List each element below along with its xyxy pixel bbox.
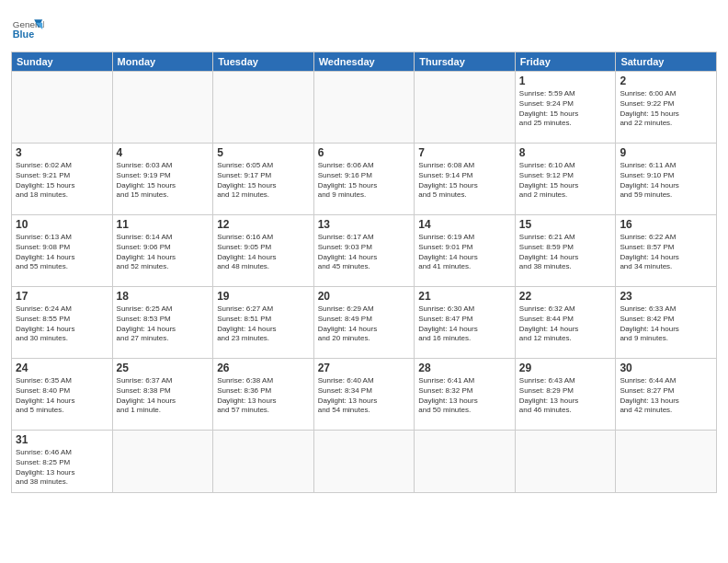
page-header: General Blue bbox=[11, 9, 717, 46]
day-info: Sunrise: 6:00 AM Sunset: 9:22 PM Dayligh… bbox=[620, 89, 712, 129]
day-number: 8 bbox=[519, 146, 612, 159]
day-info: Sunrise: 6:16 AM Sunset: 9:05 PM Dayligh… bbox=[217, 233, 310, 272]
day-info: Sunrise: 6:17 AM Sunset: 9:03 PM Dayligh… bbox=[318, 233, 411, 272]
logo: General Blue bbox=[11, 13, 44, 46]
calendar-cell: 13Sunrise: 6:17 AM Sunset: 9:03 PM Dayli… bbox=[313, 215, 415, 287]
calendar-cell: 2Sunrise: 6:00 AM Sunset: 9:22 PM Daylig… bbox=[616, 72, 717, 144]
calendar-cell: 18Sunrise: 6:25 AM Sunset: 8:53 PM Dayli… bbox=[112, 287, 213, 359]
day-info: Sunrise: 6:22 AM Sunset: 8:57 PM Dayligh… bbox=[620, 233, 712, 272]
weekday-header-monday: Monday bbox=[112, 52, 213, 72]
day-number: 14 bbox=[418, 218, 511, 231]
day-info: Sunrise: 6:27 AM Sunset: 8:51 PM Dayligh… bbox=[217, 304, 310, 344]
day-number: 31 bbox=[16, 433, 108, 446]
day-info: Sunrise: 6:43 AM Sunset: 8:29 PM Dayligh… bbox=[519, 376, 612, 416]
calendar-cell: 15Sunrise: 6:21 AM Sunset: 8:59 PM Dayli… bbox=[515, 215, 616, 287]
day-number: 21 bbox=[418, 290, 511, 303]
day-number: 29 bbox=[519, 362, 612, 374]
day-number: 9 bbox=[620, 146, 712, 159]
day-number: 10 bbox=[16, 218, 108, 231]
calendar-week-row: 24Sunrise: 6:35 AM Sunset: 8:40 PM Dayli… bbox=[12, 359, 717, 431]
weekday-header-saturday: Saturday bbox=[616, 52, 717, 72]
calendar-cell: 20Sunrise: 6:29 AM Sunset: 8:49 PM Dayli… bbox=[313, 287, 415, 359]
calendar-cell bbox=[415, 72, 516, 144]
weekday-header-wednesday: Wednesday bbox=[313, 52, 415, 72]
calendar-cell bbox=[213, 72, 314, 144]
calendar-cell bbox=[313, 72, 415, 144]
day-info: Sunrise: 6:02 AM Sunset: 9:21 PM Dayligh… bbox=[16, 161, 108, 201]
logo-icon: General Blue bbox=[11, 13, 44, 46]
calendar-cell: 12Sunrise: 6:16 AM Sunset: 9:05 PM Dayli… bbox=[213, 215, 314, 287]
weekday-header-tuesday: Tuesday bbox=[213, 52, 314, 72]
day-number: 5 bbox=[217, 146, 310, 159]
calendar-cell: 9Sunrise: 6:11 AM Sunset: 9:10 PM Daylig… bbox=[616, 144, 717, 215]
calendar-cell bbox=[112, 431, 213, 493]
weekday-header-sunday: Sunday bbox=[12, 52, 113, 72]
calendar-cell: 11Sunrise: 6:14 AM Sunset: 9:06 PM Dayli… bbox=[112, 215, 213, 287]
day-info: Sunrise: 6:19 AM Sunset: 9:01 PM Dayligh… bbox=[418, 233, 511, 272]
day-number: 17 bbox=[16, 290, 108, 303]
day-number: 30 bbox=[620, 362, 712, 374]
calendar-cell: 1Sunrise: 5:59 AM Sunset: 9:24 PM Daylig… bbox=[515, 72, 616, 144]
calendar-week-row: 3Sunrise: 6:02 AM Sunset: 9:21 PM Daylig… bbox=[12, 144, 717, 215]
calendar-cell bbox=[12, 72, 113, 144]
calendar-cell: 5Sunrise: 6:05 AM Sunset: 9:17 PM Daylig… bbox=[213, 144, 314, 215]
calendar-cell: 10Sunrise: 6:13 AM Sunset: 9:08 PM Dayli… bbox=[12, 215, 113, 287]
day-info: Sunrise: 6:29 AM Sunset: 8:49 PM Dayligh… bbox=[318, 304, 411, 344]
day-info: Sunrise: 6:35 AM Sunset: 8:40 PM Dayligh… bbox=[16, 376, 108, 416]
day-info: Sunrise: 6:05 AM Sunset: 9:17 PM Dayligh… bbox=[217, 161, 310, 201]
weekday-header-friday: Friday bbox=[515, 52, 616, 72]
calendar-cell: 30Sunrise: 6:44 AM Sunset: 8:27 PM Dayli… bbox=[616, 359, 717, 431]
calendar-table: SundayMondayTuesdayWednesdayThursdayFrid… bbox=[11, 52, 717, 493]
calendar-week-row: 1Sunrise: 5:59 AM Sunset: 9:24 PM Daylig… bbox=[12, 72, 717, 144]
calendar-cell bbox=[213, 431, 314, 493]
day-number: 22 bbox=[519, 290, 612, 303]
day-number: 23 bbox=[620, 290, 712, 303]
calendar-cell: 8Sunrise: 6:10 AM Sunset: 9:12 PM Daylig… bbox=[515, 144, 616, 215]
calendar-cell: 23Sunrise: 6:33 AM Sunset: 8:42 PM Dayli… bbox=[616, 287, 717, 359]
calendar-cell: 6Sunrise: 6:06 AM Sunset: 9:16 PM Daylig… bbox=[313, 144, 415, 215]
weekday-header-row: SundayMondayTuesdayWednesdayThursdayFrid… bbox=[12, 52, 717, 72]
day-number: 13 bbox=[318, 218, 411, 231]
day-number: 7 bbox=[418, 146, 511, 159]
calendar-cell: 31Sunrise: 6:46 AM Sunset: 8:25 PM Dayli… bbox=[12, 431, 113, 493]
calendar-cell: 25Sunrise: 6:37 AM Sunset: 8:38 PM Dayli… bbox=[112, 359, 213, 431]
calendar-cell: 4Sunrise: 6:03 AM Sunset: 9:19 PM Daylig… bbox=[112, 144, 213, 215]
day-info: Sunrise: 6:40 AM Sunset: 8:34 PM Dayligh… bbox=[318, 376, 411, 416]
day-number: 20 bbox=[318, 290, 411, 303]
calendar-cell: 19Sunrise: 6:27 AM Sunset: 8:51 PM Dayli… bbox=[213, 287, 314, 359]
day-number: 3 bbox=[16, 146, 108, 159]
calendar-cell: 3Sunrise: 6:02 AM Sunset: 9:21 PM Daylig… bbox=[12, 144, 113, 215]
calendar-cell: 24Sunrise: 6:35 AM Sunset: 8:40 PM Dayli… bbox=[12, 359, 113, 431]
day-number: 12 bbox=[217, 218, 310, 231]
day-number: 25 bbox=[117, 362, 210, 374]
day-number: 4 bbox=[117, 146, 210, 159]
calendar-cell: 28Sunrise: 6:41 AM Sunset: 8:32 PM Dayli… bbox=[415, 359, 516, 431]
calendar-cell: 27Sunrise: 6:40 AM Sunset: 8:34 PM Dayli… bbox=[313, 359, 415, 431]
day-info: Sunrise: 6:13 AM Sunset: 9:08 PM Dayligh… bbox=[16, 233, 108, 272]
day-number: 28 bbox=[418, 362, 511, 374]
day-info: Sunrise: 6:25 AM Sunset: 8:53 PM Dayligh… bbox=[117, 304, 210, 344]
svg-text:Blue: Blue bbox=[13, 29, 34, 40]
day-info: Sunrise: 6:30 AM Sunset: 8:47 PM Dayligh… bbox=[418, 304, 511, 344]
day-info: Sunrise: 5:59 AM Sunset: 9:24 PM Dayligh… bbox=[519, 89, 612, 129]
calendar-cell: 22Sunrise: 6:32 AM Sunset: 8:44 PM Dayli… bbox=[515, 287, 616, 359]
day-info: Sunrise: 6:38 AM Sunset: 8:36 PM Dayligh… bbox=[217, 376, 310, 416]
day-info: Sunrise: 6:41 AM Sunset: 8:32 PM Dayligh… bbox=[418, 376, 511, 416]
day-info: Sunrise: 6:32 AM Sunset: 8:44 PM Dayligh… bbox=[519, 304, 612, 344]
day-info: Sunrise: 6:10 AM Sunset: 9:12 PM Dayligh… bbox=[519, 161, 612, 201]
day-number: 26 bbox=[217, 362, 310, 374]
day-number: 6 bbox=[318, 146, 411, 159]
day-number: 27 bbox=[318, 362, 411, 374]
day-number: 18 bbox=[117, 290, 210, 303]
calendar-cell bbox=[616, 431, 717, 493]
calendar-cell bbox=[415, 431, 516, 493]
day-info: Sunrise: 6:06 AM Sunset: 9:16 PM Dayligh… bbox=[318, 161, 411, 201]
day-number: 11 bbox=[117, 218, 210, 231]
day-number: 15 bbox=[519, 218, 612, 231]
calendar-week-row: 31Sunrise: 6:46 AM Sunset: 8:25 PM Dayli… bbox=[12, 431, 717, 493]
calendar-cell: 17Sunrise: 6:24 AM Sunset: 8:55 PM Dayli… bbox=[12, 287, 113, 359]
day-info: Sunrise: 6:37 AM Sunset: 8:38 PM Dayligh… bbox=[117, 376, 210, 416]
calendar-cell bbox=[515, 431, 616, 493]
day-info: Sunrise: 6:08 AM Sunset: 9:14 PM Dayligh… bbox=[418, 161, 511, 201]
calendar-cell: 29Sunrise: 6:43 AM Sunset: 8:29 PM Dayli… bbox=[515, 359, 616, 431]
